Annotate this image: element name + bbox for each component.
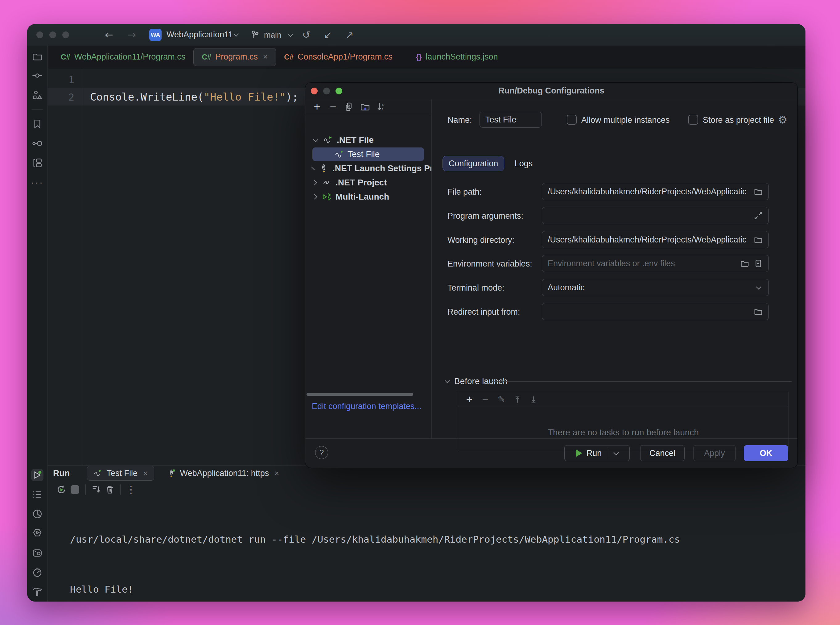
move-down-icon[interactable] — [525, 393, 542, 406]
name-input[interactable]: Test File — [480, 112, 542, 128]
environment-variables-input[interactable]: Environment variables or .env files — [542, 255, 769, 272]
tree-item-test-file[interactable]: Test File — [312, 148, 424, 161]
pull-requests-tool-icon[interactable] — [31, 137, 43, 149]
terminal-mode-label: Terminal mode: — [447, 283, 505, 293]
run-split-button[interactable]: Run — [564, 445, 630, 461]
dialog-titlebar: Run/Debug Configurations — [305, 83, 797, 100]
project-tool-icon[interactable] — [31, 50, 43, 62]
folder-icon[interactable] — [754, 307, 763, 316]
redirect-input-from-label: Redirect input from: — [447, 307, 520, 317]
edit-configuration-templates-link[interactable]: Edit configuration templates... — [312, 402, 422, 411]
branch-selector[interactable]: main — [264, 30, 281, 40]
ok-button[interactable]: OK — [744, 445, 788, 461]
remove-configuration-icon[interactable]: − — [325, 100, 341, 113]
pull-icon[interactable]: ↙ — [324, 29, 332, 41]
add-configuration-icon[interactable]: + — [309, 100, 325, 113]
commit-tool-icon[interactable] — [31, 69, 43, 82]
chevron-right-icon[interactable] — [312, 180, 317, 185]
run-options-chevron-icon[interactable] — [614, 450, 619, 456]
tab-consoleapp1-program[interactable]: C# ConsoleApp1/Program.cs — [276, 48, 400, 66]
tab-configuration[interactable]: Configuration — [443, 156, 504, 171]
tree-item-dotnet-file[interactable]: .NET File — [305, 133, 432, 147]
folder-icon[interactable] — [754, 235, 763, 244]
store-as-project-file-checkbox[interactable] — [688, 115, 698, 124]
chevron-right-icon[interactable] — [312, 194, 317, 200]
tab-launchsettings-json[interactable]: {} launchSettings.json — [408, 48, 506, 66]
profiler-tool-icon[interactable] — [31, 508, 43, 520]
unit-tests-tool-icon[interactable] — [31, 527, 43, 539]
structure-tool-icon[interactable] — [31, 89, 43, 101]
tree-item-multi-launch[interactable]: Multi-Launch — [305, 190, 432, 204]
working-directory-input[interactable]: /Users/khalidabuhakmeh/RiderProjects/Web… — [542, 231, 769, 248]
snapshots-tool-icon[interactable] — [31, 547, 43, 559]
database-tool-icon[interactable] — [31, 157, 43, 169]
undo-icon[interactable]: ↺ — [302, 29, 311, 41]
cancel-button[interactable]: Cancel — [640, 445, 685, 461]
scroll-to-end-icon[interactable] — [89, 483, 103, 496]
run-panel-title: Run — [53, 468, 70, 478]
new-folder-icon[interactable] — [357, 100, 373, 113]
back-icon[interactable]: ← — [105, 29, 113, 41]
allow-multiple-instances-label[interactable]: Allow multiple instances — [581, 115, 670, 125]
branch-chevron-icon — [288, 32, 293, 37]
chevron-right-icon[interactable] — [311, 167, 315, 170]
project-logo[interactable]: WA — [149, 29, 161, 41]
dialog-footer: ? Run Cancel Apply OK — [305, 438, 797, 468]
apply-button[interactable]: Apply — [693, 445, 736, 461]
run-tool-icon[interactable] — [31, 469, 43, 481]
configuration-form: Name: Test File Allow multiple instances… — [432, 100, 797, 438]
project-chevron-icon — [234, 31, 239, 37]
close-window-button[interactable] — [36, 31, 43, 38]
stop-icon[interactable] — [68, 483, 82, 496]
redirect-input-from-input[interactable] — [542, 303, 769, 320]
remove-task-icon[interactable]: − — [477, 393, 494, 406]
todo-tool-icon[interactable] — [31, 488, 43, 501]
console-output[interactable]: /usr/local/share/dotnet/dotnet run --fil… — [70, 498, 799, 602]
chevron-down-icon[interactable] — [313, 137, 318, 142]
tree-item-label: .NET File — [337, 135, 374, 145]
tab-webapplication11-program[interactable]: C# WebApplication11/Program.cs — [53, 48, 193, 66]
project-selector[interactable]: WebApplication11 — [166, 30, 233, 39]
dialog-title: Run/Debug Configurations — [305, 86, 797, 96]
tab-program-cs[interactable]: C# Program.cs × — [193, 48, 276, 66]
bookmarks-tool-icon[interactable] — [31, 118, 43, 130]
gear-icon[interactable]: ⚙ — [778, 113, 787, 126]
close-run-tab-icon[interactable]: × — [143, 469, 148, 478]
edit-task-icon[interactable]: ✎ — [494, 393, 509, 406]
folder-icon[interactable] — [754, 187, 763, 196]
program-arguments-input[interactable] — [542, 207, 769, 224]
variables-list-icon[interactable] — [754, 259, 763, 268]
clear-console-icon[interactable] — [103, 483, 116, 496]
build-tool-icon[interactable] — [31, 586, 43, 598]
tab-label: launchSettings.json — [425, 52, 498, 62]
terminal-mode-select[interactable]: Automatic — [542, 279, 769, 296]
store-as-project-file-label[interactable]: Store as project file — [703, 115, 774, 125]
close-tab-icon[interactable]: × — [263, 52, 268, 62]
folder-icon[interactable] — [740, 259, 749, 268]
file-path-input[interactable]: /Users/khalidabuhakmeh/RiderProjects/Web… — [542, 183, 769, 200]
tab-label: Program.cs — [215, 52, 258, 62]
sort-configurations-icon[interactable]: az — [373, 100, 389, 113]
zoom-window-button[interactable] — [62, 31, 69, 38]
expand-icon[interactable] — [754, 211, 763, 220]
push-icon[interactable]: ↗ — [345, 29, 354, 41]
tab-logs[interactable]: Logs — [510, 156, 537, 171]
add-task-icon[interactable]: + — [461, 393, 477, 406]
move-up-icon[interactable] — [509, 393, 525, 406]
run-tab-label: WebApplication11: https — [180, 469, 269, 478]
copy-configuration-icon[interactable] — [341, 100, 357, 113]
horizontal-scrollbar[interactable] — [306, 393, 413, 396]
run-tab-webapplication11-https[interactable]: WebApplication11: https × — [161, 466, 285, 480]
close-run-tab-icon[interactable]: × — [275, 469, 279, 478]
tree-item-dotnet-launch-settings[interactable]: .NET Launch Settings Pro — [305, 162, 432, 175]
rerun-icon[interactable] — [54, 483, 68, 496]
minimize-window-button[interactable] — [49, 31, 56, 38]
more-options-icon[interactable]: ⋮ — [124, 483, 138, 496]
more-tools-icon[interactable]: ··· — [31, 176, 43, 188]
help-button[interactable]: ? — [315, 446, 328, 459]
allow-multiple-instances-checkbox[interactable] — [567, 115, 577, 124]
monitor-tool-icon[interactable] — [31, 566, 43, 578]
run-tab-test-file[interactable]: Test File × — [87, 466, 154, 480]
forward-icon[interactable]: → — [128, 29, 136, 41]
tree-item-dotnet-project[interactable]: .NET Project — [305, 176, 432, 190]
